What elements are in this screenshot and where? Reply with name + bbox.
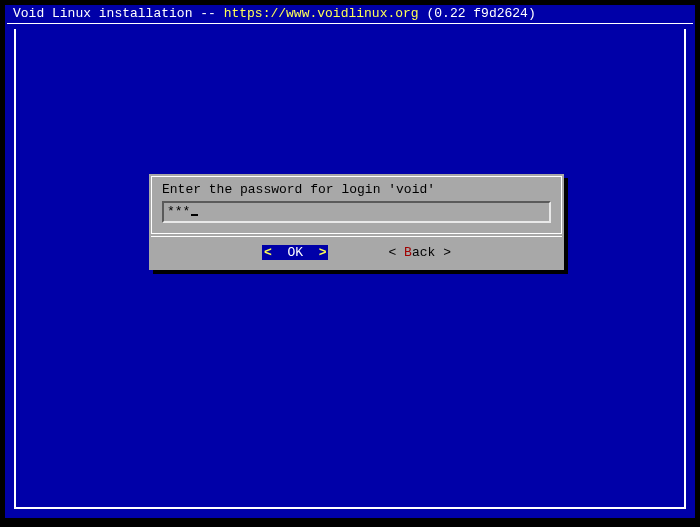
back-hotkey: B	[404, 245, 412, 260]
title-prefix: Void Linux installation --	[13, 6, 224, 21]
title-divider	[7, 23, 693, 24]
prompt-label: Enter the password for login 'void'	[152, 177, 561, 199]
ok-right-angle: >	[319, 245, 327, 260]
terminal-screen: Void Linux installation -- https://www.v…	[0, 0, 700, 527]
back-button[interactable]: < Back >	[388, 245, 450, 260]
dialog-inner-frame: Enter the password for login 'void' ***	[151, 176, 562, 234]
back-left-angle: <	[388, 245, 396, 260]
installer-screen: Void Linux installation -- https://www.v…	[5, 5, 695, 518]
password-masked-value: ***	[167, 204, 190, 219]
title-suffix: (0.22 f9d2624)	[419, 6, 536, 21]
back-right-angle: >	[443, 245, 451, 260]
text-cursor	[191, 214, 198, 216]
ok-left-angle: <	[264, 245, 272, 260]
window-title: Void Linux installation -- https://www.v…	[7, 5, 693, 23]
back-rest: ack	[412, 245, 435, 260]
password-dialog: Enter the password for login 'void' *** …	[149, 174, 564, 270]
ok-label: OK	[287, 245, 303, 260]
ok-button[interactable]: < OK >	[262, 245, 328, 260]
title-url: https://www.voidlinux.org	[224, 6, 419, 21]
password-input[interactable]: ***	[162, 201, 551, 223]
dialog-button-row: < OK > < Back >	[149, 237, 564, 270]
